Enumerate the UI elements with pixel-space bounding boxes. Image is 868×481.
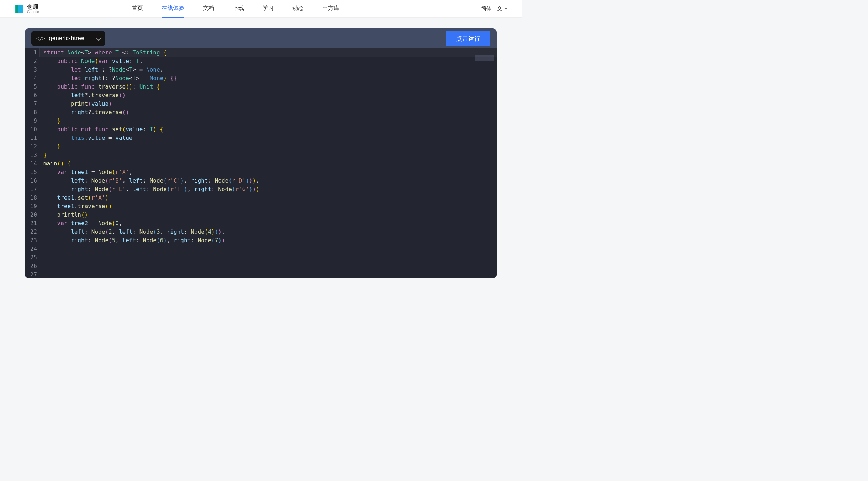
nav-item[interactable]: 首页 bbox=[132, 0, 143, 18]
code-line[interactable]: let right!: ?Node<T> = None) {} bbox=[41, 74, 497, 83]
code-area[interactable]: struct Node<T> where T <: ToString { pub… bbox=[41, 48, 497, 278]
code-line[interactable]: right: Node(5, left: Node(6), right: Nod… bbox=[41, 236, 497, 245]
code-line[interactable]: left: Node(2, left: Node(3, right: Node(… bbox=[41, 228, 497, 236]
code-line[interactable]: struct Node<T> where T <: ToString { bbox=[41, 48, 497, 57]
chevron-down-icon bbox=[96, 35, 102, 41]
nav-item[interactable]: 文档 bbox=[203, 0, 214, 18]
file-selector[interactable]: </> generic-btree bbox=[31, 31, 105, 46]
line-number: 17 bbox=[27, 185, 37, 194]
line-number: 6 bbox=[27, 91, 37, 100]
code-line[interactable]: main() { bbox=[41, 159, 497, 168]
line-number: 20 bbox=[27, 211, 37, 219]
nav-item[interactable]: 三方库 bbox=[322, 0, 339, 18]
line-number: 12 bbox=[27, 142, 37, 151]
code-line[interactable]: right: Node(r'E', left: Node(r'F'), righ… bbox=[41, 185, 497, 194]
code-line[interactable]: tree1.traverse() bbox=[41, 202, 497, 211]
line-number: 26 bbox=[27, 262, 37, 270]
code-line[interactable]: public mut func set(value: T) { bbox=[41, 125, 497, 134]
line-number: 8 bbox=[27, 108, 37, 117]
code-line[interactable]: var tree2 = Node(0, bbox=[41, 219, 497, 228]
code-line[interactable]: let left!: ?Node<T> = None, bbox=[41, 65, 497, 74]
code-line[interactable]: public Node(var value: T, bbox=[41, 57, 497, 65]
logo-icon bbox=[14, 4, 25, 14]
code-line[interactable]: } bbox=[41, 151, 497, 159]
line-number: 16 bbox=[27, 176, 37, 185]
code-line[interactable]: } bbox=[41, 117, 497, 125]
code-line[interactable]: var tree1 = Node(r'X', bbox=[41, 168, 497, 176]
gutter: 1234567891011121314151617181920212223242… bbox=[25, 48, 41, 278]
code-line[interactable]: print(value) bbox=[41, 100, 497, 108]
line-number: 18 bbox=[27, 194, 37, 202]
line-number: 10 bbox=[27, 125, 37, 134]
line-number: 24 bbox=[27, 245, 37, 253]
line-number: 25 bbox=[27, 253, 37, 262]
language-selector[interactable]: 简体中文 bbox=[481, 5, 507, 12]
logo-text: 仓颉 Cangjie bbox=[27, 4, 39, 14]
code-line[interactable]: this.value = value bbox=[41, 134, 497, 142]
playground: </> generic-btree 点击运行 12345678910111213… bbox=[25, 28, 497, 278]
chevron-down-icon bbox=[504, 8, 507, 10]
language-label: 简体中文 bbox=[481, 5, 502, 12]
line-number: 2 bbox=[27, 57, 37, 65]
minimap[interactable] bbox=[475, 50, 494, 64]
nav-item[interactable]: 动态 bbox=[292, 0, 304, 18]
line-number: 19 bbox=[27, 202, 37, 211]
line-number: 23 bbox=[27, 236, 37, 245]
code-line[interactable]: left: Node(r'B', left: Node(r'C'), right… bbox=[41, 176, 497, 185]
line-number: 5 bbox=[27, 83, 37, 91]
line-number: 13 bbox=[27, 151, 37, 159]
nav-item[interactable]: 在线体验 bbox=[162, 0, 184, 18]
line-number: 7 bbox=[27, 100, 37, 108]
line-number: 15 bbox=[27, 168, 37, 176]
logo[interactable]: 仓颉 Cangjie bbox=[14, 4, 39, 14]
code-line[interactable]: public func traverse(): Unit { bbox=[41, 83, 497, 91]
line-number: 4 bbox=[27, 74, 37, 83]
filename-label: generic-btree bbox=[49, 35, 84, 42]
toolbar: </> generic-btree 点击运行 bbox=[25, 28, 497, 48]
line-number: 9 bbox=[27, 117, 37, 125]
code-line[interactable]: tree1.set(r'A') bbox=[41, 194, 497, 202]
code-line[interactable]: right?.traverse() bbox=[41, 108, 497, 117]
code-line[interactable]: println() bbox=[41, 211, 497, 219]
code-line[interactable]: } bbox=[41, 142, 497, 151]
line-number: 27 bbox=[27, 270, 37, 278]
logo-en: Cangjie bbox=[27, 10, 39, 14]
line-number: 21 bbox=[27, 219, 37, 228]
code-icon: </> bbox=[36, 36, 45, 41]
code-line[interactable]: left?.traverse() bbox=[41, 91, 497, 100]
scrollbar[interactable] bbox=[492, 48, 496, 278]
line-number: 14 bbox=[27, 159, 37, 168]
header: 仓颉 Cangjie 首页在线体验文档下载学习动态三方库 简体中文 bbox=[0, 0, 522, 18]
nav-item[interactable]: 学习 bbox=[263, 0, 274, 18]
line-number: 3 bbox=[27, 65, 37, 74]
code-editor[interactable]: 1234567891011121314151617181920212223242… bbox=[25, 48, 497, 278]
line-number: 11 bbox=[27, 134, 37, 142]
line-number: 1 bbox=[27, 48, 37, 57]
run-button[interactable]: 点击运行 bbox=[446, 31, 490, 46]
nav-item[interactable]: 下载 bbox=[233, 0, 244, 18]
line-number: 22 bbox=[27, 228, 37, 236]
nav: 首页在线体验文档下载学习动态三方库 bbox=[132, 0, 339, 18]
logo-cn: 仓颉 bbox=[27, 4, 39, 10]
